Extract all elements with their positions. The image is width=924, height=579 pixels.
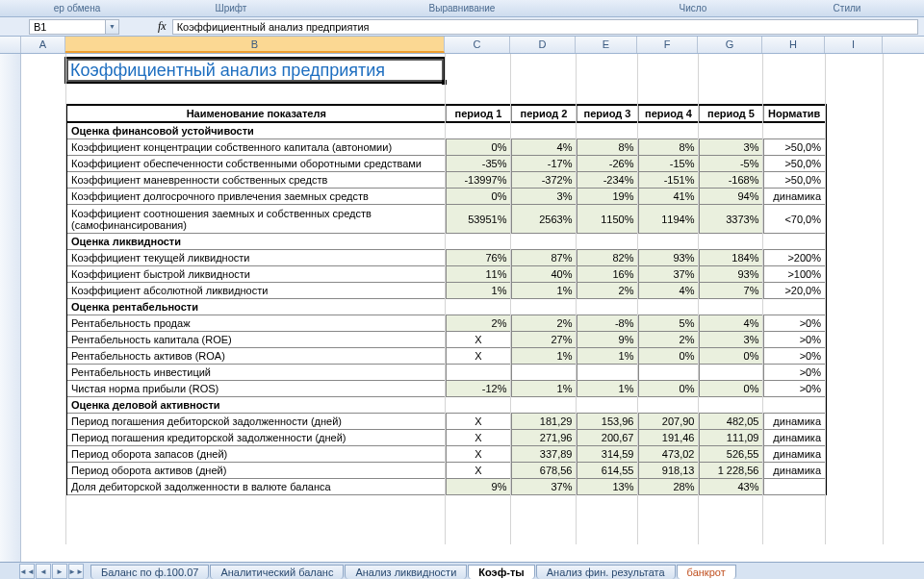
col-period-header[interactable]: период 5 bbox=[699, 105, 763, 122]
value-cell[interactable]: 9% bbox=[577, 332, 638, 348]
value-cell[interactable]: 0% bbox=[446, 139, 511, 156]
table-row[interactable]: Период погашения дебиторской задолженнос… bbox=[66, 414, 826, 430]
value-cell[interactable]: -5% bbox=[699, 156, 763, 172]
table-row[interactable]: Период оборота запасов (дней)X337,89314,… bbox=[66, 446, 826, 463]
value-cell[interactable]: 8% bbox=[577, 139, 638, 156]
col-period-header[interactable]: период 3 bbox=[577, 105, 638, 122]
table-row[interactable]: Коэффициент маневренности собственных ср… bbox=[66, 172, 826, 189]
value-cell[interactable]: 207,90 bbox=[638, 414, 699, 430]
value-cell[interactable]: -151% bbox=[638, 172, 699, 189]
table-row[interactable]: Коэффициент абсолютной ликвидности1%1%2%… bbox=[66, 283, 826, 299]
value-cell[interactable]: 1% bbox=[446, 283, 511, 299]
section-header-row[interactable]: Оценка деловой активности bbox=[66, 397, 826, 414]
value-cell[interactable]: 4% bbox=[699, 315, 763, 332]
section-header-row[interactable]: Оценка ликвидности bbox=[66, 234, 826, 250]
value-cell[interactable]: 3% bbox=[511, 189, 577, 205]
name-box-dropdown[interactable]: ▼ bbox=[106, 19, 119, 35]
name-box[interactable]: B1 bbox=[29, 19, 106, 35]
value-cell[interactable]: -17% bbox=[511, 156, 577, 172]
column-header[interactable]: H bbox=[762, 37, 825, 53]
value-cell[interactable]: 3% bbox=[699, 332, 763, 348]
value-cell[interactable]: 1150% bbox=[577, 205, 638, 234]
value-cell[interactable]: 1% bbox=[511, 283, 577, 299]
value-cell[interactable]: 0% bbox=[699, 348, 763, 365]
value-cell[interactable] bbox=[511, 365, 577, 381]
value-cell[interactable]: 11% bbox=[446, 266, 511, 283]
value-cell[interactable]: X bbox=[446, 348, 511, 365]
value-cell[interactable]: 473,02 bbox=[638, 446, 699, 463]
value-cell[interactable]: 111,09 bbox=[699, 430, 763, 446]
sheet-tab[interactable]: банкрот bbox=[677, 565, 736, 579]
table-row[interactable]: Коэффициент соотношения заемных и собств… bbox=[66, 205, 826, 234]
value-cell[interactable]: X bbox=[446, 430, 511, 446]
value-cell[interactable]: 2563% bbox=[511, 205, 577, 234]
col-period-header[interactable]: период 1 bbox=[446, 105, 511, 122]
value-cell[interactable]: 37% bbox=[638, 266, 699, 283]
value-cell[interactable]: 27% bbox=[511, 332, 577, 348]
value-cell[interactable]: 526,55 bbox=[699, 446, 763, 463]
value-cell[interactable]: 678,56 bbox=[511, 463, 577, 479]
sheet-tab[interactable]: Баланс по ф.100.07 bbox=[90, 565, 209, 579]
sheet-tab[interactable]: Коэф-ты bbox=[468, 565, 534, 579]
value-cell[interactable]: -168% bbox=[699, 172, 763, 189]
tab-nav-last[interactable]: ►► bbox=[68, 564, 84, 579]
value-cell[interactable]: 41% bbox=[638, 189, 699, 205]
value-cell[interactable]: 337,89 bbox=[511, 446, 577, 463]
sheet-tab[interactable]: Анализ фин. результата bbox=[536, 565, 676, 579]
value-cell[interactable]: 200,67 bbox=[577, 430, 638, 446]
value-cell[interactable]: 1% bbox=[577, 348, 638, 365]
value-cell[interactable]: 87% bbox=[511, 250, 577, 266]
value-cell[interactable]: 1% bbox=[577, 381, 638, 397]
column-header[interactable]: B bbox=[65, 37, 445, 53]
fx-icon[interactable]: fx bbox=[158, 19, 167, 34]
value-cell[interactable]: 271,96 bbox=[511, 430, 577, 446]
formula-bar[interactable]: Коэффициентный анализ предприятия bbox=[172, 19, 918, 35]
value-cell[interactable]: 37% bbox=[511, 479, 577, 495]
value-cell[interactable]: 5% bbox=[638, 315, 699, 332]
value-cell[interactable]: 13% bbox=[577, 479, 638, 495]
value-cell[interactable]: 918,13 bbox=[638, 463, 699, 479]
value-cell[interactable]: 314,59 bbox=[577, 446, 638, 463]
value-cell[interactable]: 8% bbox=[638, 139, 699, 156]
value-cell[interactable]: 1194% bbox=[638, 205, 699, 234]
value-cell[interactable]: 0% bbox=[699, 381, 763, 397]
value-cell[interactable]: 0% bbox=[638, 381, 699, 397]
value-cell[interactable]: 16% bbox=[577, 266, 638, 283]
value-cell[interactable]: 7% bbox=[699, 283, 763, 299]
value-cell[interactable]: -12% bbox=[446, 381, 511, 397]
col-norm-header[interactable]: Норматив bbox=[763, 105, 826, 122]
value-cell[interactable]: 482,05 bbox=[699, 414, 763, 430]
value-cell[interactable]: 2% bbox=[511, 315, 577, 332]
value-cell[interactable]: 3% bbox=[699, 139, 763, 156]
value-cell[interactable]: 2% bbox=[577, 283, 638, 299]
value-cell[interactable]: 28% bbox=[638, 479, 699, 495]
value-cell[interactable]: -13997% bbox=[446, 172, 511, 189]
value-cell[interactable]: 93% bbox=[699, 266, 763, 283]
value-cell[interactable]: -234% bbox=[577, 172, 638, 189]
table-row[interactable]: Рентабельность капитала (ROE)X27%9%2%3%>… bbox=[66, 332, 826, 348]
value-cell[interactable] bbox=[577, 365, 638, 381]
value-cell[interactable] bbox=[638, 365, 699, 381]
value-cell[interactable]: 40% bbox=[511, 266, 577, 283]
value-cell[interactable]: 181,29 bbox=[511, 414, 577, 430]
tab-nav-prev[interactable]: ◄ bbox=[36, 564, 51, 579]
value-cell[interactable]: 53951% bbox=[446, 205, 511, 234]
value-cell[interactable]: 93% bbox=[638, 250, 699, 266]
value-cell[interactable]: X bbox=[446, 414, 511, 430]
select-all-corner[interactable] bbox=[0, 37, 21, 53]
worksheet-area[interactable]: ABCDEFGHI Коэффициентный анализ предприя… bbox=[0, 37, 924, 562]
sheet-tab[interactable]: Аналитический баланс bbox=[210, 565, 344, 579]
column-header[interactable]: G bbox=[698, 37, 762, 53]
column-header[interactable]: F bbox=[637, 37, 698, 53]
value-cell[interactable]: 191,46 bbox=[638, 430, 699, 446]
table-row[interactable]: Коэффициент обеспеченности собственными … bbox=[66, 156, 826, 172]
value-cell[interactable]: 1% bbox=[511, 348, 577, 365]
tab-nav-next[interactable]: ► bbox=[52, 564, 67, 579]
table-row[interactable]: Период оборота активов (дней)X678,56614,… bbox=[66, 463, 826, 479]
value-cell[interactable]: 0% bbox=[638, 348, 699, 365]
value-cell[interactable]: 2% bbox=[446, 315, 511, 332]
value-cell[interactable]: 2% bbox=[638, 332, 699, 348]
value-cell[interactable]: 19% bbox=[577, 189, 638, 205]
value-cell[interactable]: 76% bbox=[446, 250, 511, 266]
col-period-header[interactable]: период 4 bbox=[638, 105, 699, 122]
